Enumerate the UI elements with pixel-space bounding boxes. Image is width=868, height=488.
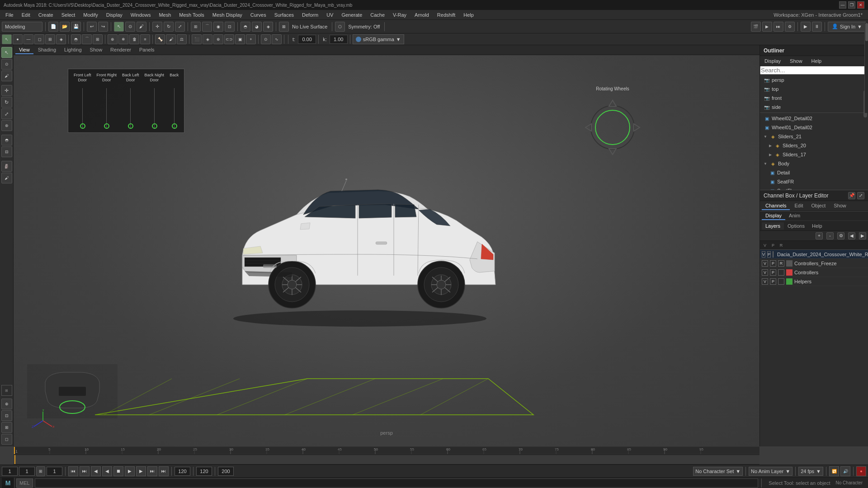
channel-control-btn[interactable]: ≡: [140, 34, 150, 44]
tree-item-top[interactable]: 📷 top: [760, 84, 868, 94]
layer-r-freeze[interactable]: R: [778, 260, 784, 267]
uv-btn[interactable]: ⊞: [45, 34, 55, 44]
layer-v-ctrl[interactable]: V: [762, 269, 768, 276]
le-tab-options[interactable]: Options: [784, 222, 808, 230]
menu-vray[interactable]: V-Ray: [389, 11, 410, 19]
slider-col-4[interactable]: Back NightDoor: [145, 73, 165, 129]
skip-to-end-btn[interactable]: ⏭: [159, 466, 169, 476]
tree-item-side[interactable]: 📷 side: [760, 103, 868, 112]
no-character-set-dropdown[interactable]: No Character Set ▼: [693, 467, 743, 476]
layer-v-dacia[interactable]: V: [762, 251, 765, 258]
extrude-btn[interactable]: ⬛: [192, 34, 202, 44]
select-tool[interactable]: ↖: [114, 22, 124, 32]
live-surface-icon[interactable]: ⊠: [279, 22, 289, 32]
play-fwd-btn[interactable]: ▶: [801, 22, 811, 32]
frame-display[interactable]: [47, 467, 62, 476]
menu-mesh-tools[interactable]: Mesh Tools: [175, 11, 208, 19]
anim-end-input[interactable]: [175, 467, 190, 476]
bridge-btn[interactable]: ⊂⊃: [224, 34, 234, 44]
sculpt-left[interactable]: 🗿: [1, 161, 12, 172]
open-btn[interactable]: 📂: [60, 22, 70, 32]
vp-tab-view[interactable]: View: [15, 46, 33, 54]
restore-button[interactable]: ❐: [848, 1, 855, 9]
outliner-display-menu[interactable]: Display: [762, 57, 783, 65]
slider-col-2[interactable]: Front RightDoor: [97, 73, 117, 129]
autokey-btn[interactable]: ●: [856, 466, 866, 476]
loop-btn[interactable]: 🔁: [829, 466, 839, 476]
bend-btn[interactable]: ⌒: [82, 34, 92, 44]
vp-tab-shading[interactable]: Shading: [34, 46, 60, 54]
menu-create[interactable]: Create: [35, 11, 57, 19]
next-key-btn[interactable]: ⏭: [147, 466, 157, 476]
menu-edit[interactable]: Edit: [18, 11, 34, 19]
command-input[interactable]: [35, 479, 759, 488]
face-btn[interactable]: ◻: [34, 34, 44, 44]
menu-deform[interactable]: Deform: [298, 11, 322, 19]
tree-item-front[interactable]: 📷 front: [760, 94, 868, 103]
channel-box-expand-btn[interactable]: ⤢: [857, 192, 864, 199]
layer-p-freeze[interactable]: P: [770, 260, 776, 267]
relax-btn[interactable]: ∿: [272, 34, 282, 44]
sign-in-button[interactable]: 👤 Sign In ▼: [828, 22, 866, 32]
rotate-tool[interactable]: ↻: [164, 22, 174, 32]
scale-tool[interactable]: ⤢: [175, 22, 185, 32]
bevel-btn[interactable]: ◈: [203, 34, 212, 44]
vp-tab-show[interactable]: Show: [86, 46, 106, 54]
stop-btn[interactable]: ⏹: [113, 466, 123, 476]
range-start-input[interactable]: [2, 467, 18, 476]
tree-item-sliders17[interactable]: ▶ ◈ Sliders_17: [760, 150, 868, 159]
menu-modify[interactable]: Modify: [80, 11, 101, 19]
slider-col-5[interactable]: Back: [170, 73, 179, 129]
ipr-btn[interactable]: ▶: [762, 22, 772, 32]
display-tab[interactable]: Display: [762, 212, 785, 220]
snap-grid-btn[interactable]: ⊞: [191, 22, 201, 32]
channel-box-pin-btn[interactable]: 📌: [848, 192, 855, 199]
le-tab-layers[interactable]: Layers: [762, 222, 784, 230]
snap-curve-btn[interactable]: ⌒: [202, 22, 212, 32]
skin-weight-btn[interactable]: ⚖: [177, 34, 187, 44]
outliner-show-menu[interactable]: Show: [787, 57, 805, 65]
paint-tool[interactable]: 🖌: [137, 22, 146, 32]
tree-item-detail[interactable]: ▣ Detail: [760, 168, 868, 177]
rotate-tool-left[interactable]: ↻: [1, 97, 12, 108]
ch-tab-object[interactable]: Object: [807, 202, 829, 210]
time-input[interactable]: [298, 35, 316, 44]
menu-curves[interactable]: Curves: [247, 11, 270, 19]
next-frame-btn2[interactable]: ▶: [136, 466, 146, 476]
menu-redshift[interactable]: Redshift: [434, 11, 459, 19]
prev-frame-btn[interactable]: ◀: [91, 466, 101, 476]
audio-btn[interactable]: 🔊: [840, 466, 850, 476]
layer-options-btn[interactable]: ⚙: [837, 232, 844, 239]
layer-r-dacia[interactable]: [773, 251, 774, 258]
layer-r-help[interactable]: [778, 278, 784, 285]
paint-skin-btn[interactable]: 🖌: [166, 34, 176, 44]
new-scene-btn[interactable]: 📄: [48, 22, 58, 32]
menu-uv[interactable]: UV: [323, 11, 337, 19]
menu-mesh[interactable]: Mesh: [155, 11, 175, 19]
fill-btn[interactable]: ▣: [235, 34, 245, 44]
layer-p-dacia[interactable]: P: [767, 251, 771, 258]
view-orient-btn[interactable]: ⊕: [1, 399, 12, 409]
menu-windows[interactable]: Windows: [127, 11, 155, 19]
universal-manip-left[interactable]: ⊛: [1, 120, 12, 131]
frame-sel-btn[interactable]: ⊞: [1, 422, 12, 433]
no-anim-layer-dropdown[interactable]: No Anim Layer ▼: [749, 467, 793, 476]
ch-tab-channels[interactable]: Channels: [762, 202, 790, 210]
move-tool-left[interactable]: ✛: [1, 85, 12, 96]
tree-item-sliders20[interactable]: ▶ ◈ Sliders_20: [760, 141, 868, 150]
skip-to-start-btn[interactable]: ⏮: [68, 466, 78, 476]
menu-cache[interactable]: Cache: [367, 11, 388, 19]
colorspace-dropdown[interactable]: sRGB gamma ▼: [353, 34, 404, 44]
close-button[interactable]: ✕: [857, 1, 864, 9]
vp-tab-renderer[interactable]: Renderer: [107, 46, 135, 54]
layer-row-dacia[interactable]: V P Dacia_Duster_2024_Crossover_White_Ri…: [760, 250, 868, 259]
tree-item-body[interactable]: ▼ ◈ Body: [760, 159, 868, 168]
edge-btn[interactable]: —: [24, 34, 33, 44]
fps-dropdown[interactable]: 24 fps ▼: [798, 467, 823, 476]
outliner-search-input[interactable]: [760, 66, 868, 75]
save-btn[interactable]: 💾: [71, 22, 81, 32]
symmetry-icon[interactable]: ⬡: [335, 22, 345, 32]
prev-frame-btn2[interactable]: ◀: [102, 466, 112, 476]
menu-arnold[interactable]: Arnold: [411, 11, 433, 19]
slider-col-1[interactable]: Front LeftDoor: [74, 73, 91, 129]
